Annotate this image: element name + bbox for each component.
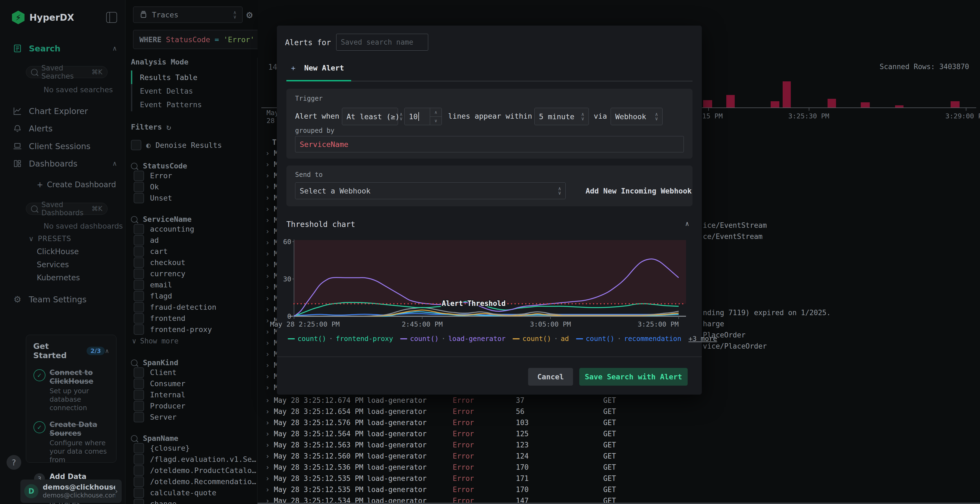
preset-item-kubernetes[interactable]: Kubernetes — [37, 273, 80, 282]
search-icon[interactable] — [131, 435, 137, 442]
search-icon[interactable] — [131, 163, 137, 169]
save-search-with-alert-button[interactable]: Save Search with Alert — [579, 368, 687, 386]
help-button[interactable]: ? — [6, 455, 21, 470]
filter-option[interactable]: Ok — [131, 181, 257, 192]
checkbox[interactable] — [134, 477, 144, 487]
row-expand-icon[interactable]: › — [266, 205, 270, 213]
create-dashboard-button[interactable]: +Create Dashboard — [37, 180, 116, 189]
add-webhook-button[interactable]: Add New Incoming Webhook — [585, 187, 692, 195]
row-expand-icon[interactable]: › — [266, 149, 270, 157]
checkbox[interactable] — [134, 235, 144, 245]
preset-item-services[interactable]: Services — [37, 260, 69, 269]
filter-option[interactable]: frontend — [131, 313, 257, 324]
collapse-chart-icon[interactable]: ∧ — [685, 220, 689, 227]
filter-option[interactable]: Producer — [131, 400, 257, 412]
row-expand-icon[interactable]: › — [266, 316, 270, 325]
row-expand-icon[interactable]: › — [266, 383, 270, 392]
filter-option[interactable]: Unset — [131, 192, 257, 204]
analysis-mode-option[interactable]: Results Table — [132, 70, 257, 84]
filter-option[interactable]: /oteldemo.ProductCatalo… — [131, 465, 257, 476]
denoise-results-toggle[interactable]: ◐ Denoise Results — [131, 140, 257, 150]
user-account-button[interactable]: D demos@clickhouse.com demos@clickhouse.… — [21, 480, 122, 503]
threshold-chart[interactable]: 03060May 28 2:25:00 PM2:45:00 PM3:05:00 … — [283, 237, 692, 327]
get-started-step-connect[interactable]: ✓ Connect to ClickHouse Set up your data… — [33, 368, 109, 412]
filter-option[interactable]: email — [131, 279, 257, 290]
search-icon[interactable] — [131, 216, 137, 223]
filter-option[interactable]: frontend-proxy — [131, 324, 257, 335]
filter-option[interactable]: checkout — [131, 257, 257, 268]
show-more-button[interactable]: ∨Show more — [131, 335, 257, 347]
filter-option[interactable]: calculate-quote — [131, 487, 257, 498]
webhook-select[interactable]: Select a Webhook ∧∨ — [295, 182, 566, 199]
time-window-select[interactable]: 5 minute ∧∨ — [535, 108, 589, 125]
get-started-step-sources[interactable]: ✓ Create Data Sources Configure where yo… — [33, 420, 109, 464]
checkbox[interactable] — [134, 367, 144, 378]
checkbox[interactable] — [134, 302, 144, 312]
legend-item[interactable]: count()·ad — [512, 335, 569, 343]
table-row[interactable]: ›May 28 3:25:12.535 PMload-generatorErro… — [258, 484, 980, 496]
cancel-button[interactable]: Cancel — [528, 368, 573, 386]
checkbox[interactable] — [134, 378, 144, 389]
row-expand-icon[interactable]: › — [266, 463, 270, 471]
row-expand-icon[interactable]: › — [266, 452, 270, 460]
row-expand-icon[interactable]: › — [266, 160, 270, 169]
tab-new-alert[interactable]: + New Alert — [291, 64, 344, 72]
checkbox[interactable] — [134, 390, 144, 400]
checkbox[interactable] — [134, 193, 144, 203]
sidebar-item-client-sessions[interactable]: Client Sessions — [12, 140, 117, 153]
filter-option[interactable]: Server — [131, 412, 257, 423]
row-expand-icon[interactable]: › — [266, 294, 270, 302]
sidebar-item-dashboards[interactable]: Dashboards ∧ — [12, 157, 117, 170]
table-row[interactable]: ›May 28 3:25:12.535 PMload-generatorErro… — [258, 473, 980, 484]
row-expand-icon[interactable]: › — [266, 250, 270, 258]
threshold-value-input[interactable]: 10 ∧∨ — [404, 108, 442, 125]
checkbox[interactable] — [134, 488, 144, 498]
row-expand-icon[interactable]: › — [266, 261, 270, 269]
sidebar-item-team-settings[interactable]: ⚙ Team Settings — [12, 293, 117, 306]
filter-option[interactable]: change — [131, 498, 257, 504]
row-expand-icon[interactable]: › — [266, 194, 270, 202]
filter-option[interactable]: /flagd.evaluation.v1.Se… — [131, 454, 257, 465]
checkbox[interactable] — [134, 465, 144, 476]
checkbox[interactable] — [134, 182, 144, 192]
table-row[interactable]: ›May 28 3:25:12.576 PMload-generatorErro… — [258, 417, 980, 429]
filter-option[interactable]: cart — [131, 246, 257, 257]
filter-option[interactable]: accounting — [131, 223, 257, 235]
table-row[interactable]: ›May 28 3:25:12.563 PMload-generatorErro… — [258, 440, 980, 451]
row-expand-icon[interactable]: › — [266, 441, 270, 449]
row-expand-icon[interactable]: › — [266, 272, 270, 280]
refresh-icon[interactable]: ↻ — [166, 122, 171, 132]
channel-select[interactable]: Webhook ∧∨ — [611, 108, 663, 125]
checkbox[interactable] — [134, 258, 144, 268]
filter-option[interactable]: ad — [131, 235, 257, 246]
checkbox[interactable] — [134, 401, 144, 411]
legend-more-button[interactable]: +3 more — [689, 335, 717, 343]
filter-option[interactable]: Consumer — [131, 378, 257, 389]
checkbox[interactable] — [134, 280, 144, 290]
row-expand-icon[interactable]: › — [266, 474, 270, 482]
saved-dashboards-input[interactable]: Saved Dashboards ⌘K — [26, 203, 108, 215]
table-row[interactable]: ›May 28 3:25:12.654 PMload-generatorErro… — [258, 406, 980, 417]
filter-option[interactable]: Client — [131, 367, 257, 378]
grouped-by-input[interactable]: ServiceName — [295, 136, 684, 153]
number-spinner[interactable]: ∧∨ — [430, 108, 442, 125]
row-expand-icon[interactable]: › — [266, 396, 270, 404]
row-expand-icon[interactable]: › — [266, 339, 270, 347]
checkbox[interactable] — [134, 412, 144, 422]
row-expand-icon[interactable]: › — [266, 418, 270, 427]
chevron-up-icon[interactable]: ∧ — [112, 160, 117, 167]
table-row[interactable]: ›May 28 3:25:12.564 PMload-generatorErro… — [258, 429, 980, 440]
checkbox[interactable] — [131, 140, 141, 150]
row-expand-icon[interactable]: › — [266, 183, 270, 191]
chevron-up-icon[interactable]: ∧ — [105, 348, 109, 355]
table-row[interactable]: ›May 28 3:25:12.674 PMload-generatorErro… — [258, 395, 980, 406]
table-row[interactable]: ›May 28 3:25:12.536 PMload-generatorErro… — [258, 462, 980, 473]
filter-option[interactable]: currency — [131, 268, 257, 279]
filter-option[interactable]: flagd — [131, 290, 257, 302]
row-expand-icon[interactable]: › — [266, 350, 270, 358]
legend-item[interactable]: count()·recommendation — [576, 335, 681, 343]
checkbox[interactable] — [134, 499, 144, 504]
row-expand-icon[interactable]: › — [266, 216, 270, 224]
row-expand-icon[interactable]: › — [266, 238, 270, 246]
filter-option[interactable]: /oteldemo.Recommendatio… — [131, 476, 257, 487]
